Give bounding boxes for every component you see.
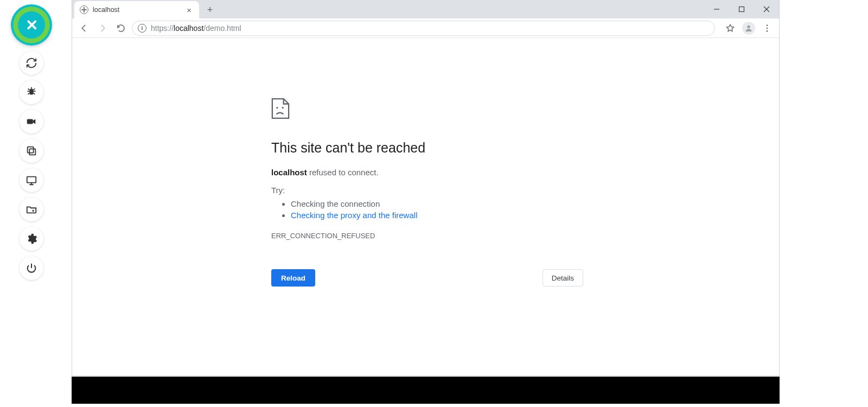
svg-rect-13: [282, 107, 284, 109]
kebab-icon: [762, 23, 772, 33]
folder-button[interactable]: [20, 198, 43, 221]
nav-back-button[interactable]: [76, 21, 92, 36]
arrow-right-icon: [98, 23, 107, 33]
settings-button[interactable]: [20, 227, 43, 251]
url-text: https://localhost/demo.html: [151, 24, 241, 33]
site-info-icon[interactable]: i: [138, 24, 146, 33]
profile-avatar[interactable]: [742, 22, 755, 35]
star-icon: [725, 23, 735, 33]
tab-close-button[interactable]: ×: [184, 5, 194, 15]
svg-rect-2: [28, 147, 34, 153]
page-content: This site can't be reached localhost ref…: [72, 38, 779, 376]
video-button[interactable]: [20, 110, 43, 133]
new-tab-button[interactable]: +: [202, 2, 218, 17]
maximize-icon: [738, 6, 745, 12]
power-icon: [25, 262, 37, 274]
proxy-firewall-link[interactable]: Checking the proxy and the firewall: [291, 211, 417, 220]
floating-toolbar: ✕: [10, 4, 53, 280]
tab-strip: localhost × +: [72, 0, 779, 18]
nav-forward-button[interactable]: [95, 21, 110, 36]
bug-button[interactable]: [20, 80, 43, 104]
svg-rect-12: [276, 107, 278, 109]
suggestion-item: Checking the proxy and the firewall: [291, 209, 583, 221]
window-maximize-button[interactable]: [729, 0, 754, 18]
close-icon: [763, 6, 770, 12]
black-bar: [72, 377, 780, 404]
svg-rect-5: [739, 7, 744, 12]
window-close-button[interactable]: [754, 0, 779, 18]
details-button[interactable]: Details: [542, 269, 583, 287]
svg-rect-1: [29, 149, 35, 155]
svg-point-10: [767, 27, 768, 29]
error-page: This site can't be reached localhost ref…: [271, 98, 583, 287]
browser-menu-button[interactable]: [760, 21, 775, 36]
copy-icon: [25, 145, 37, 157]
error-code: ERR_CONNECTION_REFUSED: [271, 232, 583, 240]
globe-icon: [80, 5, 88, 14]
gear-icon: [25, 233, 37, 245]
svg-rect-3: [27, 177, 36, 183]
minimize-icon: [713, 6, 720, 12]
window-minimize-button[interactable]: [704, 0, 729, 18]
svg-point-9: [767, 24, 768, 26]
try-label: Try:: [271, 186, 583, 195]
error-title: This site can't be reached: [271, 140, 583, 156]
suggestion-item: Checking the connection: [291, 198, 583, 209]
person-icon: [744, 24, 753, 33]
display-icon: [25, 174, 37, 186]
folder-icon: [25, 204, 37, 215]
svg-point-11: [767, 30, 768, 31]
browser-toolbar: i https://localhost/demo.html: [72, 18, 779, 38]
close-icon: ✕: [25, 16, 38, 34]
sync-button[interactable]: [20, 51, 43, 75]
power-button[interactable]: [20, 256, 43, 280]
suggestion-list: Checking the connection Checking the pro…: [271, 198, 583, 221]
address-bar[interactable]: i https://localhost/demo.html: [132, 21, 715, 36]
display-button[interactable]: [20, 168, 43, 192]
arrow-left-icon: [79, 23, 89, 33]
window-controls: [704, 0, 779, 18]
tab-title: localhost: [93, 6, 180, 14]
video-icon: [25, 116, 37, 128]
copy-button[interactable]: [20, 139, 43, 163]
reload-icon: [116, 23, 126, 33]
error-subtitle: localhost refused to connect.: [271, 168, 583, 177]
browser-window: localhost × +: [72, 0, 780, 376]
floating-toolbar-main-button[interactable]: ✕: [11, 4, 52, 46]
svg-point-8: [747, 25, 750, 28]
sync-icon: [25, 57, 37, 69]
browser-tab[interactable]: localhost ×: [74, 1, 199, 18]
sad-document-icon: [271, 98, 290, 119]
reload-button[interactable]: Reload: [271, 269, 315, 287]
bookmark-button[interactable]: [723, 21, 738, 36]
nav-reload-button[interactable]: [113, 21, 129, 36]
bug-icon: [25, 86, 37, 98]
svg-rect-0: [27, 119, 33, 124]
